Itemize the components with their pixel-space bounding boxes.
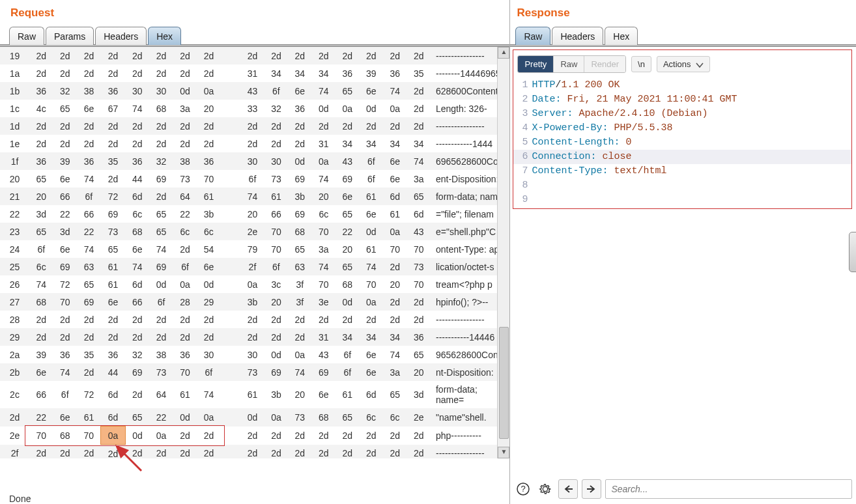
hex-byte[interactable]: 6f bbox=[77, 188, 101, 205]
hex-byte[interactable]: 2d bbox=[383, 47, 407, 64]
hex-byte[interactable]: 39 bbox=[53, 152, 76, 170]
hex-byte[interactable]: 6f bbox=[197, 363, 220, 381]
hex-byte[interactable]: 68 bbox=[312, 408, 335, 427]
hex-byte[interactable]: 2d bbox=[264, 427, 288, 445]
hex-byte[interactable]: 20 bbox=[240, 205, 264, 223]
actions-dropdown[interactable]: Actions bbox=[657, 56, 710, 72]
hex-byte[interactable]: 2d bbox=[77, 117, 101, 135]
hex-byte[interactable]: 63 bbox=[288, 258, 311, 275]
hex-byte[interactable]: 6e bbox=[197, 258, 220, 275]
hex-byte[interactable]: 6c bbox=[29, 258, 53, 275]
hex-byte[interactable]: 66 bbox=[29, 381, 53, 408]
hex-byte[interactable]: 2d bbox=[360, 47, 383, 64]
hex-byte[interactable]: 36 bbox=[197, 152, 220, 170]
hex-byte[interactable]: 73 bbox=[173, 170, 197, 188]
hex-byte[interactable]: 6f bbox=[335, 346, 359, 363]
hex-byte[interactable]: 74 bbox=[240, 188, 264, 205]
hex-byte[interactable]: 2d bbox=[125, 445, 149, 459]
hex-byte[interactable]: 38 bbox=[173, 152, 197, 170]
hex-byte[interactable]: 0d bbox=[173, 408, 197, 427]
hex-byte[interactable]: 20 bbox=[407, 363, 431, 381]
hex-byte[interactable]: 2d bbox=[197, 311, 220, 328]
hex-byte[interactable]: 3a bbox=[407, 170, 431, 188]
hex-byte[interactable]: 70 bbox=[360, 275, 383, 293]
hex-byte[interactable]: 2d bbox=[312, 311, 335, 328]
hex-byte[interactable]: 66 bbox=[53, 188, 76, 205]
hex-byte[interactable]: 0d bbox=[312, 100, 335, 117]
hex-byte[interactable]: 2d bbox=[240, 311, 264, 328]
hex-byte[interactable]: 34 bbox=[264, 64, 288, 82]
hex-byte[interactable]: 6c bbox=[383, 408, 407, 427]
hex-byte[interactable]: 65 bbox=[77, 275, 101, 293]
hex-byte[interactable]: 70 bbox=[29, 427, 53, 445]
hex-byte[interactable]: 6f bbox=[360, 170, 383, 188]
hex-byte[interactable]: 0a bbox=[197, 408, 220, 427]
hex-byte[interactable]: 69 bbox=[77, 293, 101, 311]
hex-byte[interactable]: 61 bbox=[101, 258, 125, 275]
hex-byte[interactable]: 2d bbox=[407, 117, 431, 135]
hex-byte[interactable]: 2d bbox=[125, 47, 149, 64]
hex-byte[interactable]: 2d bbox=[125, 135, 149, 152]
hex-byte[interactable]: 2d bbox=[53, 117, 76, 135]
line-text[interactable]: HTTP/1.1 200 OK bbox=[532, 78, 620, 92]
hex-byte[interactable]: 6f bbox=[360, 152, 383, 170]
hex-byte[interactable]: 2d bbox=[149, 117, 173, 135]
hex-byte[interactable]: 69 bbox=[288, 170, 311, 188]
line-text[interactable]: Date: Fri, 21 May 2021 11:00:41 GMT bbox=[532, 92, 737, 107]
hex-byte[interactable]: 2d bbox=[240, 427, 264, 445]
hex-byte[interactable]: 6e bbox=[125, 240, 149, 258]
hex-byte[interactable]: 29 bbox=[197, 293, 220, 311]
gear-icon[interactable] bbox=[536, 480, 554, 498]
hex-byte[interactable]: 20 bbox=[335, 240, 359, 258]
hex-byte[interactable]: 2d bbox=[149, 188, 173, 205]
request-tab-hex[interactable]: Hex bbox=[148, 27, 181, 45]
hex-byte[interactable]: 6f bbox=[173, 258, 197, 275]
hex-byte[interactable]: 2d bbox=[288, 427, 311, 445]
hex-byte[interactable]: 74 bbox=[77, 240, 101, 258]
scrollbar[interactable]: ▲ ▼ bbox=[497, 47, 509, 458]
hex-byte[interactable]: 65 bbox=[335, 82, 359, 100]
hex-byte[interactable]: 65 bbox=[335, 258, 359, 275]
hex-byte[interactable]: 3a bbox=[173, 100, 197, 117]
hex-byte[interactable]: 2d bbox=[288, 47, 311, 64]
hex-byte[interactable]: 2d bbox=[149, 64, 173, 82]
code-line[interactable]: 1HTTP/1.1 200 OK bbox=[513, 78, 851, 92]
hex-byte[interactable]: 6e bbox=[101, 293, 125, 311]
hex-byte[interactable]: 38 bbox=[77, 82, 101, 100]
hex-byte[interactable]: 2d bbox=[29, 311, 53, 328]
hex-byte[interactable]: 20 bbox=[288, 381, 311, 408]
hex-row[interactable]: 292d2d2d2d2d2d2d2d2d2d2d3134343436------… bbox=[0, 328, 509, 346]
hex-byte[interactable]: 70 bbox=[264, 223, 288, 240]
hex-byte[interactable]: 2d bbox=[288, 135, 311, 152]
hex-byte[interactable]: 74 bbox=[383, 346, 407, 363]
hex-byte[interactable]: 74 bbox=[288, 363, 311, 381]
hex-row[interactable]: 2d226e616d65220d0a0d0a7368656c6c2e"name"… bbox=[0, 408, 509, 427]
hex-byte[interactable]: 0a bbox=[149, 427, 173, 445]
hex-row[interactable]: 23653d227368656c6c2e706870220d0a43e="she… bbox=[0, 223, 509, 240]
hex-row[interactable]: 1a2d2d2d2d2d2d2d2d3134343436393635------… bbox=[0, 64, 509, 82]
hex-byte[interactable]: 6d bbox=[101, 381, 125, 408]
hex-byte[interactable]: 2d bbox=[173, 47, 197, 64]
nav-forward-button[interactable] bbox=[582, 479, 601, 499]
scroll-down-button[interactable]: ▼ bbox=[498, 447, 509, 458]
hex-byte[interactable]: 2d bbox=[264, 47, 288, 64]
hex-byte[interactable]: 36 bbox=[335, 64, 359, 82]
code-line[interactable]: 3Server: Apache/2.4.10 (Debian) bbox=[513, 107, 851, 121]
hex-byte[interactable]: 2d bbox=[197, 47, 220, 64]
hex-byte[interactable]: 34 bbox=[288, 64, 311, 82]
hex-byte[interactable]: 20 bbox=[29, 188, 53, 205]
hex-byte[interactable]: 2d bbox=[77, 363, 101, 381]
hex-byte[interactable]: 70 bbox=[77, 427, 101, 445]
hex-byte[interactable]: 0d bbox=[125, 427, 149, 445]
hex-byte[interactable]: 2d bbox=[101, 64, 125, 82]
hex-byte[interactable]: 74 bbox=[53, 363, 76, 381]
hex-byte[interactable]: 6e bbox=[360, 363, 383, 381]
hex-byte[interactable]: 0a bbox=[264, 408, 288, 427]
hex-byte[interactable]: 43 bbox=[240, 82, 264, 100]
hex-byte[interactable]: 2d bbox=[29, 328, 53, 346]
hex-byte[interactable]: 36 bbox=[77, 152, 101, 170]
hex-byte[interactable]: 2d bbox=[53, 311, 76, 328]
hex-byte[interactable]: 2e bbox=[407, 408, 431, 427]
hex-byte[interactable]: 0a bbox=[173, 275, 197, 293]
hex-row[interactable]: 1e2d2d2d2d2d2d2d2d2d2d2d3134343434------… bbox=[0, 135, 509, 152]
